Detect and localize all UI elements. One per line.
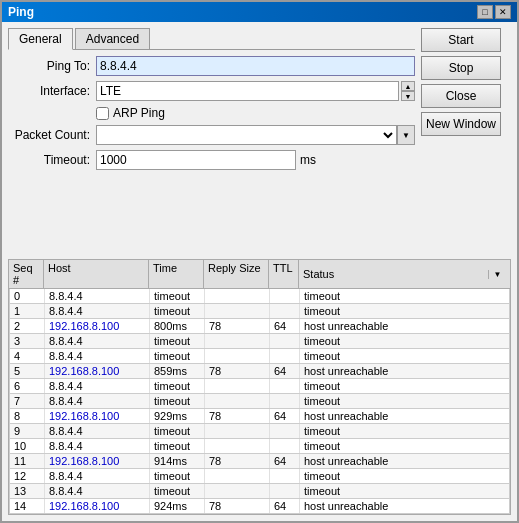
cell-status: host unreachable — [300, 364, 509, 378]
cell-reply: 78 — [205, 409, 270, 423]
cell-time: timeout — [150, 424, 205, 438]
ping-window: Ping □ ✕ General Advanced Ping To: — [0, 0, 519, 523]
table-row: 9 8.8.4.4 timeout timeout — [9, 424, 510, 439]
cell-seq: 7 — [10, 394, 45, 408]
window-title: Ping — [8, 5, 34, 19]
tab-general[interactable]: General — [8, 28, 73, 50]
close-button[interactable]: ✕ — [495, 5, 511, 19]
table-row: 10 8.8.4.4 timeout timeout — [9, 439, 510, 454]
cell-time: timeout — [150, 379, 205, 393]
cell-time: 859ms — [150, 364, 205, 378]
cell-status: host unreachable — [300, 319, 509, 333]
cell-ttl — [270, 379, 300, 393]
cell-time: timeout — [150, 439, 205, 453]
ping-to-group: Ping To: — [8, 56, 415, 76]
cell-seq: 14 — [10, 499, 45, 513]
ping-to-input[interactable] — [96, 56, 415, 76]
cell-reply: 78 — [205, 499, 270, 513]
timeout-input[interactable] — [96, 150, 296, 170]
minimize-button[interactable]: □ — [477, 5, 493, 19]
cell-reply: 78 — [205, 454, 270, 468]
table-row: 6 8.8.4.4 timeout timeout — [9, 379, 510, 394]
new-window-button[interactable]: New Window — [421, 112, 501, 136]
cell-time: 924ms — [150, 499, 205, 513]
cell-seq: 10 — [10, 439, 45, 453]
cell-time: 929ms — [150, 409, 205, 423]
cell-host: 8.8.4.4 — [45, 394, 150, 408]
arp-ping-checkbox[interactable] — [96, 107, 109, 120]
right-panel: Start Stop Close New Window — [421, 28, 511, 253]
title-bar-buttons: □ ✕ — [477, 5, 511, 19]
cell-seq: 11 — [10, 454, 45, 468]
cell-seq: 4 — [10, 349, 45, 363]
table-row: 5 192.168.8.100 859ms 78 64 host unreach… — [9, 364, 510, 379]
packet-count-select[interactable] — [96, 125, 397, 145]
table-row: 1 8.8.4.4 timeout timeout — [9, 304, 510, 319]
table-row: 13 8.8.4.4 timeout timeout — [9, 484, 510, 499]
table-row: 8 192.168.8.100 929ms 78 64 host unreach… — [9, 409, 510, 424]
cell-host: 8.8.4.4 — [45, 469, 150, 483]
interface-down-button[interactable]: ▼ — [401, 91, 415, 101]
cell-status: host unreachable — [300, 499, 509, 513]
cell-ttl: 64 — [270, 319, 300, 333]
cell-ttl — [270, 349, 300, 363]
cell-ttl: 64 — [270, 364, 300, 378]
header-host: Host — [44, 260, 149, 288]
cell-host: 8.8.4.4 — [45, 439, 150, 453]
cell-seq: 13 — [10, 484, 45, 498]
cell-host: 8.8.4.4 — [45, 334, 150, 348]
interface-input[interactable] — [96, 81, 399, 101]
tab-advanced[interactable]: Advanced — [75, 28, 150, 49]
interface-row: ▲ ▼ — [96, 81, 415, 101]
title-bar: Ping □ ✕ — [2, 2, 517, 22]
cell-seq: 6 — [10, 379, 45, 393]
cell-reply — [205, 349, 270, 363]
cell-time: timeout — [150, 334, 205, 348]
cell-reply — [205, 379, 270, 393]
header-status: Status ▼ — [299, 260, 510, 288]
arp-ping-label: ARP Ping — [113, 106, 165, 120]
cell-host: 192.168.8.100 — [45, 499, 150, 513]
cell-status: timeout — [300, 484, 509, 498]
cell-status: timeout — [300, 304, 509, 318]
cell-ttl: 64 — [270, 454, 300, 468]
arp-ping-row: ARP Ping — [96, 106, 415, 120]
cell-seq: 9 — [10, 424, 45, 438]
table-row: 14 192.168.8.100 924ms 78 64 host unreac… — [9, 499, 510, 514]
main-content: General Advanced Ping To: Interface: ▲ ▼ — [2, 22, 517, 259]
cell-status: host unreachable — [300, 409, 509, 423]
timeout-group: Timeout: ms — [8, 150, 415, 170]
cell-reply — [205, 484, 270, 498]
cell-time: timeout — [150, 304, 205, 318]
table-row: 3 8.8.4.4 timeout timeout — [9, 334, 510, 349]
cell-ttl — [270, 469, 300, 483]
header-seq: Seq # — [9, 260, 44, 288]
start-button[interactable]: Start — [421, 28, 501, 52]
packet-count-select-wrapper: ▼ — [96, 125, 415, 145]
cell-host: 8.8.4.4 — [45, 289, 150, 303]
left-panel: General Advanced Ping To: Interface: ▲ ▼ — [8, 28, 415, 253]
cell-status: host unreachable — [300, 454, 509, 468]
cell-host: 8.8.4.4 — [45, 349, 150, 363]
cell-seq: 12 — [10, 469, 45, 483]
cell-status: timeout — [300, 334, 509, 348]
status-dropdown-icon[interactable]: ▼ — [488, 270, 506, 279]
interface-up-button[interactable]: ▲ — [401, 81, 415, 91]
cell-reply — [205, 394, 270, 408]
header-time: Time — [149, 260, 204, 288]
table-row: 2 192.168.8.100 800ms 78 64 host unreach… — [9, 319, 510, 334]
cell-reply — [205, 439, 270, 453]
packet-count-dropdown-button[interactable]: ▼ — [397, 125, 415, 145]
close-button-right[interactable]: Close — [421, 84, 501, 108]
interface-label: Interface: — [8, 84, 90, 98]
timeout-unit: ms — [300, 153, 316, 167]
table-row: 12 8.8.4.4 timeout timeout — [9, 469, 510, 484]
stop-button[interactable]: Stop — [421, 56, 501, 80]
cell-ttl: 64 — [270, 409, 300, 423]
cell-host: 192.168.8.100 — [45, 319, 150, 333]
cell-time: 914ms — [150, 454, 205, 468]
table-body: 0 8.8.4.4 timeout timeout 1 8.8.4.4 time… — [8, 288, 511, 515]
cell-seq: 2 — [10, 319, 45, 333]
cell-reply: 78 — [205, 364, 270, 378]
cell-seq: 8 — [10, 409, 45, 423]
